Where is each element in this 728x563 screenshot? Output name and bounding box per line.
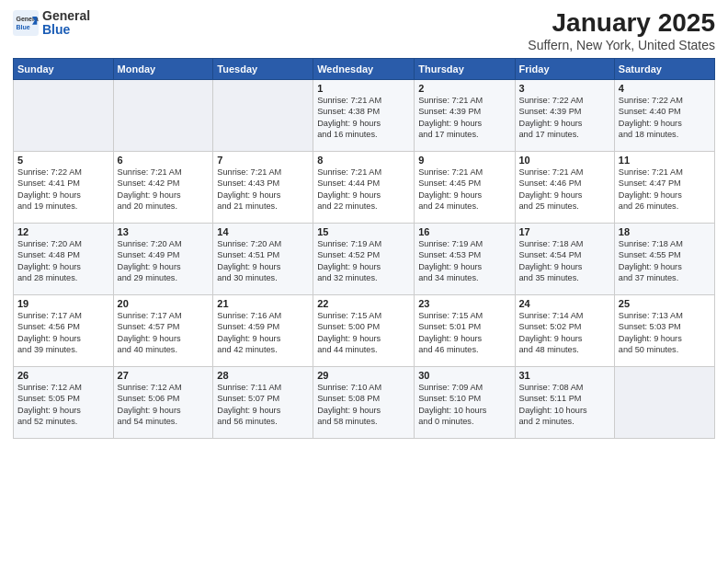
table-row: 31Sunrise: 7:08 AM Sunset: 5:11 PM Dayli…: [515, 366, 614, 438]
day-info: Sunrise: 7:15 AM Sunset: 5:01 PM Dayligh…: [418, 310, 510, 356]
day-number: 18: [619, 226, 711, 237]
logo-blue: Blue: [42, 22, 70, 37]
day-number: 26: [17, 370, 109, 381]
table-row: [14, 79, 114, 151]
table-row: 13Sunrise: 7:20 AM Sunset: 4:49 PM Dayli…: [113, 223, 213, 294]
day-number: 8: [317, 155, 410, 166]
logo-general: General: [42, 8, 90, 23]
day-info: Sunrise: 7:21 AM Sunset: 4:43 PM Dayligh…: [217, 167, 309, 213]
day-number: 5: [17, 155, 109, 166]
logo: General Blue General Blue: [13, 9, 90, 38]
col-monday: Monday: [113, 58, 213, 79]
day-number: 21: [217, 298, 309, 309]
calendar-header-row: Sunday Monday Tuesday Wednesday Thursday…: [14, 58, 715, 79]
col-saturday: Saturday: [614, 58, 714, 79]
calendar-week-row: 26Sunrise: 7:12 AM Sunset: 5:05 PM Dayli…: [14, 366, 715, 438]
col-wednesday: Wednesday: [313, 58, 415, 79]
day-number: 20: [118, 298, 210, 309]
day-info: Sunrise: 7:11 AM Sunset: 5:07 PM Dayligh…: [217, 382, 309, 428]
day-info: Sunrise: 7:10 AM Sunset: 5:08 PM Dayligh…: [317, 382, 410, 428]
day-number: 27: [118, 370, 210, 381]
day-info: Sunrise: 7:14 AM Sunset: 5:02 PM Dayligh…: [519, 310, 610, 356]
table-row: 21Sunrise: 7:16 AM Sunset: 4:59 PM Dayli…: [213, 294, 313, 366]
col-sunday: Sunday: [14, 58, 114, 79]
calendar-week-row: 5Sunrise: 7:22 AM Sunset: 4:41 PM Daylig…: [14, 151, 715, 223]
day-number: 11: [619, 155, 711, 166]
day-info: Sunrise: 7:20 AM Sunset: 4:49 PM Dayligh…: [118, 238, 210, 284]
day-number: 19: [17, 298, 109, 309]
calendar-week-row: 19Sunrise: 7:17 AM Sunset: 4:56 PM Dayli…: [14, 294, 715, 366]
table-row: [614, 366, 714, 438]
table-row: 25Sunrise: 7:13 AM Sunset: 5:03 PM Dayli…: [614, 294, 714, 366]
table-row: [213, 79, 313, 151]
day-number: 13: [118, 226, 210, 237]
table-row: 8Sunrise: 7:21 AM Sunset: 4:44 PM Daylig…: [313, 151, 415, 223]
day-number: 14: [217, 226, 309, 237]
day-info: Sunrise: 7:12 AM Sunset: 5:05 PM Dayligh…: [17, 382, 109, 428]
table-row: 19Sunrise: 7:17 AM Sunset: 4:56 PM Dayli…: [14, 294, 114, 366]
day-info: Sunrise: 7:20 AM Sunset: 4:48 PM Dayligh…: [17, 238, 109, 284]
svg-text:Blue: Blue: [17, 24, 30, 30]
table-row: 15Sunrise: 7:19 AM Sunset: 4:52 PM Dayli…: [313, 223, 415, 294]
col-tuesday: Tuesday: [213, 58, 313, 79]
day-info: Sunrise: 7:19 AM Sunset: 4:53 PM Dayligh…: [418, 238, 510, 284]
table-row: 23Sunrise: 7:15 AM Sunset: 5:01 PM Dayli…: [415, 294, 515, 366]
table-row: 22Sunrise: 7:15 AM Sunset: 5:00 PM Dayli…: [313, 294, 415, 366]
table-row: 27Sunrise: 7:12 AM Sunset: 5:06 PM Dayli…: [113, 366, 213, 438]
table-row: 11Sunrise: 7:21 AM Sunset: 4:47 PM Dayli…: [614, 151, 714, 223]
table-row: 4Sunrise: 7:22 AM Sunset: 4:40 PM Daylig…: [614, 79, 714, 151]
day-info: Sunrise: 7:21 AM Sunset: 4:45 PM Dayligh…: [418, 167, 510, 213]
table-row: 12Sunrise: 7:20 AM Sunset: 4:48 PM Dayli…: [14, 223, 114, 294]
table-row: 10Sunrise: 7:21 AM Sunset: 4:46 PM Dayli…: [515, 151, 614, 223]
day-info: Sunrise: 7:21 AM Sunset: 4:47 PM Dayligh…: [619, 167, 711, 213]
table-row: 24Sunrise: 7:14 AM Sunset: 5:02 PM Dayli…: [515, 294, 614, 366]
table-row: 3Sunrise: 7:22 AM Sunset: 4:39 PM Daylig…: [515, 79, 614, 151]
day-info: Sunrise: 7:22 AM Sunset: 4:39 PM Dayligh…: [519, 95, 610, 141]
day-info: Sunrise: 7:08 AM Sunset: 5:11 PM Dayligh…: [519, 382, 610, 428]
day-number: 4: [619, 83, 711, 94]
day-info: Sunrise: 7:13 AM Sunset: 5:03 PM Dayligh…: [619, 310, 711, 356]
table-row: 20Sunrise: 7:17 AM Sunset: 4:57 PM Dayli…: [113, 294, 213, 366]
day-number: 31: [519, 370, 610, 381]
col-friday: Friday: [515, 58, 614, 79]
day-number: 30: [418, 370, 510, 381]
day-number: 17: [519, 226, 610, 237]
logo-text: General Blue: [42, 9, 90, 38]
day-info: Sunrise: 7:18 AM Sunset: 4:55 PM Dayligh…: [619, 238, 711, 284]
day-number: 22: [317, 298, 410, 309]
day-info: Sunrise: 7:21 AM Sunset: 4:44 PM Dayligh…: [317, 167, 410, 213]
table-row: 16Sunrise: 7:19 AM Sunset: 4:53 PM Dayli…: [415, 223, 515, 294]
table-row: 1Sunrise: 7:21 AM Sunset: 4:38 PM Daylig…: [313, 79, 415, 151]
day-number: 10: [519, 155, 610, 166]
title-block: January 2025 Suffern, New York, United S…: [528, 9, 715, 52]
calendar-week-row: 12Sunrise: 7:20 AM Sunset: 4:48 PM Dayli…: [14, 223, 715, 294]
day-number: 28: [217, 370, 309, 381]
day-number: 29: [317, 370, 410, 381]
day-info: Sunrise: 7:09 AM Sunset: 5:10 PM Dayligh…: [418, 382, 510, 428]
day-number: 6: [118, 155, 210, 166]
day-number: 15: [317, 226, 410, 237]
header: General Blue General Blue January 2025 S…: [13, 9, 715, 52]
table-row: 14Sunrise: 7:20 AM Sunset: 4:51 PM Dayli…: [213, 223, 313, 294]
table-row: 9Sunrise: 7:21 AM Sunset: 4:45 PM Daylig…: [415, 151, 515, 223]
day-info: Sunrise: 7:21 AM Sunset: 4:38 PM Dayligh…: [317, 95, 410, 141]
day-number: 12: [17, 226, 109, 237]
calendar-week-row: 1Sunrise: 7:21 AM Sunset: 4:38 PM Daylig…: [14, 79, 715, 151]
table-row: [113, 79, 213, 151]
table-row: 17Sunrise: 7:18 AM Sunset: 4:54 PM Dayli…: [515, 223, 614, 294]
day-info: Sunrise: 7:16 AM Sunset: 4:59 PM Dayligh…: [217, 310, 309, 356]
day-number: 16: [418, 226, 510, 237]
day-info: Sunrise: 7:17 AM Sunset: 4:56 PM Dayligh…: [17, 310, 109, 356]
table-row: 18Sunrise: 7:18 AM Sunset: 4:55 PM Dayli…: [614, 223, 714, 294]
table-row: 7Sunrise: 7:21 AM Sunset: 4:43 PM Daylig…: [213, 151, 313, 223]
table-row: 26Sunrise: 7:12 AM Sunset: 5:05 PM Dayli…: [14, 366, 114, 438]
calendar-table: Sunday Monday Tuesday Wednesday Thursday…: [13, 58, 715, 439]
page-container: General Blue General Blue January 2025 S…: [0, 0, 728, 446]
page-title: January 2025: [528, 9, 715, 38]
day-number: 1: [317, 83, 410, 94]
day-info: Sunrise: 7:18 AM Sunset: 4:54 PM Dayligh…: [519, 238, 610, 284]
day-info: Sunrise: 7:21 AM Sunset: 4:42 PM Dayligh…: [118, 167, 210, 213]
day-info: Sunrise: 7:15 AM Sunset: 5:00 PM Dayligh…: [317, 310, 410, 356]
day-number: 2: [418, 83, 510, 94]
day-number: 9: [418, 155, 510, 166]
